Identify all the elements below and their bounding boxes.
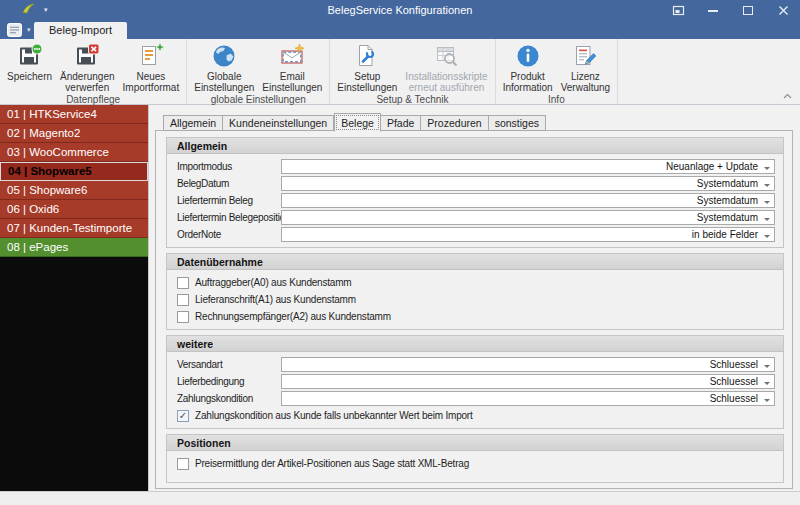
save-button[interactable]: Speichern bbox=[3, 40, 56, 82]
sidebar-item-woocommerce[interactable]: 03 | WooCommerce bbox=[0, 143, 148, 162]
file-menu-button[interactable]: ▾ bbox=[7, 23, 31, 37]
title-bar: ▾ BelegService Konfigurationen bbox=[0, 0, 800, 21]
tab-allgemein[interactable]: Allgemein bbox=[163, 115, 223, 131]
minimize-icon bbox=[708, 10, 718, 12]
window-style-button[interactable] bbox=[671, 3, 685, 19]
button-label-2: Importformat bbox=[123, 82, 180, 93]
section-title: Allgemein bbox=[167, 138, 783, 154]
form-row: Liefertermin Belegeposition Systemdatum bbox=[177, 209, 775, 226]
rechnungsempfaenger-checkbox-row[interactable]: Rechnungsempfänger(A2) aus Kundenstamm bbox=[177, 308, 775, 325]
tab-prozeduren[interactable]: Prozeduren bbox=[421, 115, 488, 131]
belegdatum-select[interactable]: Systemdatum bbox=[281, 176, 775, 191]
section-allgemein: Allgemein Importmodus Neuanlage + Update… bbox=[166, 137, 784, 248]
button-label-2: Einstellungen bbox=[194, 82, 254, 93]
license-management-icon bbox=[572, 43, 598, 69]
ribbon-collapse-button[interactable] bbox=[781, 91, 793, 101]
file-menu-dropdown-icon: ▾ bbox=[27, 26, 31, 34]
button-label: Lizenz bbox=[571, 71, 600, 82]
form-row: Importmodus Neuanlage + Update bbox=[177, 158, 775, 175]
selected-value: Systemdatum bbox=[697, 195, 758, 206]
auftraggeber-checkbox[interactable] bbox=[177, 277, 189, 289]
window-controls bbox=[671, 0, 790, 21]
new-importformat-icon bbox=[138, 43, 164, 69]
lieferanschrift-checkbox-row[interactable]: Lieferanschrift(A1) aus Kundenstamm bbox=[177, 291, 775, 308]
section-title: Positionen bbox=[167, 435, 783, 451]
liefertermin-belegeposition-select[interactable]: Systemdatum bbox=[281, 210, 775, 225]
lieferbedingung-select[interactable]: Schluessel bbox=[281, 374, 775, 389]
button-label-2: erneut ausführen bbox=[409, 82, 485, 93]
setup-settings-button[interactable]: SetupEinstellungen bbox=[333, 40, 401, 93]
form-row: BelegDatum Systemdatum bbox=[177, 175, 775, 192]
email-settings-button[interactable]: EmailEinstellungen bbox=[258, 40, 326, 93]
status-bar bbox=[0, 491, 800, 505]
dropdown-arrow-icon bbox=[764, 201, 770, 207]
discard-changes-button[interactable]: Änderungenverwerfen bbox=[56, 40, 119, 93]
liefertermin-beleg-select[interactable]: Systemdatum bbox=[281, 193, 775, 208]
section-datenuebernahme: Datenübernahme Auftraggeber(A0) aus Kund… bbox=[166, 253, 784, 330]
field-label: BelegDatum bbox=[177, 178, 281, 189]
selected-value: Schluessel bbox=[710, 376, 758, 387]
window-style-icon bbox=[672, 5, 685, 16]
sidebar-item-kunden-testimporte[interactable]: 07 | Kunden-Testimporte bbox=[0, 219, 148, 238]
maximize-button[interactable] bbox=[741, 3, 755, 19]
auftraggeber-checkbox-row[interactable]: Auftraggeber(A0) aus Kundenstamm bbox=[177, 274, 775, 291]
field-label: Liefertermin Belegeposition bbox=[177, 212, 281, 223]
field-label: Lieferbedingung bbox=[177, 376, 281, 387]
button-label: Änderungen bbox=[60, 71, 115, 82]
settings-tab-strip: Allgemein Kundeneinstellungen Belege Pfa… bbox=[163, 112, 546, 131]
zahlungskondition-fallback-checkbox-row[interactable]: Zahlungskondition aus Kunde falls unbeka… bbox=[177, 407, 775, 424]
button-label: Neues bbox=[136, 71, 165, 82]
lieferanschrift-checkbox[interactable] bbox=[177, 294, 189, 306]
dropdown-arrow-icon bbox=[764, 365, 770, 371]
ribbon-group-setup-technik: SetupEinstellungen Installationsskriptee… bbox=[330, 39, 495, 104]
license-management-button[interactable]: LizenzVerwaltung bbox=[557, 40, 614, 93]
field-label: OrderNote bbox=[177, 229, 281, 240]
selected-value: Systemdatum bbox=[697, 178, 758, 189]
preisermittlung-checkbox-row[interactable]: Preisermittlung der Artikel-Positionen a… bbox=[177, 455, 775, 472]
tab-sonstiges[interactable]: sonstiges bbox=[489, 115, 546, 131]
email-settings-icon bbox=[279, 43, 305, 69]
form-row: Liefertermin Beleg Systemdatum bbox=[177, 192, 775, 209]
close-button[interactable] bbox=[776, 3, 790, 19]
sidebar-item-oxid6[interactable]: 06 | Oxid6 bbox=[0, 200, 148, 219]
dropdown-arrow-icon bbox=[764, 167, 770, 173]
import-list-sidebar: 01 | HTKService4 02 | Magento2 03 | WooC… bbox=[0, 105, 148, 491]
form-row: Lieferbedingung Schluessel bbox=[177, 373, 775, 390]
button-label: Setup bbox=[354, 71, 380, 82]
section-title: weitere bbox=[167, 336, 783, 352]
dropdown-arrow-icon bbox=[764, 184, 770, 190]
zahlungskondition-fallback-checkbox[interactable] bbox=[177, 410, 189, 422]
global-settings-button[interactable]: GlobaleEinstellungen bbox=[190, 40, 258, 93]
close-icon bbox=[778, 5, 789, 16]
sidebar-item-magento2[interactable]: 02 | Magento2 bbox=[0, 124, 148, 143]
sidebar-item-htkservice4[interactable]: 01 | HTKService4 bbox=[0, 105, 148, 124]
rechnungsempfaenger-checkbox[interactable] bbox=[177, 311, 189, 323]
importmodus-select[interactable]: Neuanlage + Update bbox=[281, 159, 775, 174]
product-info-button[interactable]: ProduktInformation bbox=[499, 40, 557, 93]
tab-kundeneinstellungen[interactable]: Kundeneinstellungen bbox=[223, 115, 334, 131]
field-label: Versandart bbox=[177, 359, 281, 370]
ribbon: Speichern Änderungenverwerfen NeuesImpor… bbox=[0, 39, 800, 105]
sidebar-item-shopware6[interactable]: 05 | Shopware6 bbox=[0, 181, 148, 200]
setup-settings-icon bbox=[354, 43, 380, 69]
zahlungskondition-select[interactable]: Schluessel bbox=[281, 391, 775, 406]
sidebar-item-shopware5[interactable]: 04 | Shopware5 bbox=[0, 162, 148, 181]
tab-pfade[interactable]: Pfade bbox=[381, 115, 421, 131]
checkbox-label: Rechnungsempfänger(A2) aus Kundenstamm bbox=[195, 311, 391, 322]
button-label: Email bbox=[280, 71, 305, 82]
preisermittlung-checkbox[interactable] bbox=[177, 458, 189, 470]
tab-belege[interactable]: Belege bbox=[334, 113, 381, 132]
save-icon bbox=[17, 43, 43, 69]
ordernote-select[interactable]: in beide Felder bbox=[281, 227, 775, 242]
install-scripts-button[interactable]: Installationsskripteerneut ausführen bbox=[401, 40, 491, 93]
ribbon-tab-row: ▾ Beleg-Import bbox=[0, 21, 800, 39]
ribbon-tab-beleg-import[interactable]: Beleg-Import bbox=[34, 22, 127, 39]
button-label-2: Einstellungen bbox=[262, 82, 322, 93]
sidebar-item-epages[interactable]: 08 | ePages bbox=[0, 238, 148, 257]
new-importformat-button[interactable]: NeuesImportformat bbox=[119, 40, 184, 93]
dropdown-arrow-icon bbox=[764, 235, 770, 241]
minimize-button[interactable] bbox=[706, 3, 720, 19]
versandart-select[interactable]: Schluessel bbox=[281, 357, 775, 372]
form-row: Zahlungskondition Schluessel bbox=[177, 390, 775, 407]
field-label: Zahlungskondition bbox=[177, 393, 281, 404]
